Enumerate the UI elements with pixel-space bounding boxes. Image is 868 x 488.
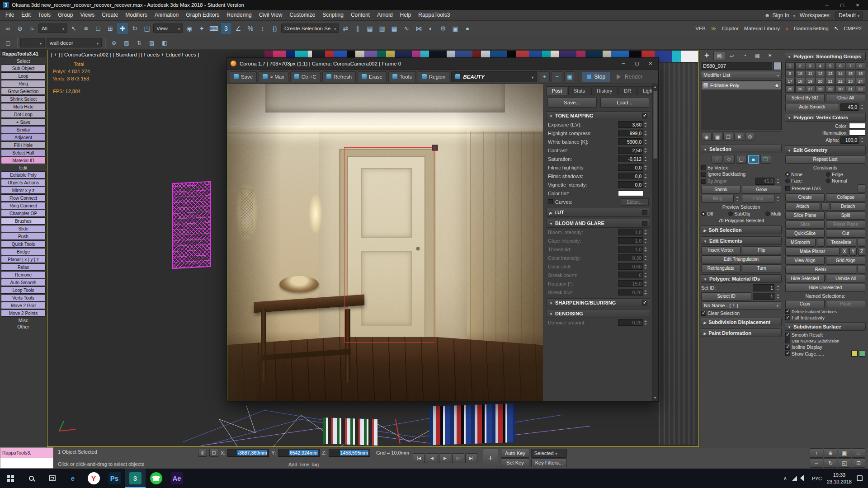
- menu-item[interactable]: Scripting: [319, 10, 347, 20]
- spinner-control[interactable]: [644, 263, 649, 270]
- zoom-in-icon[interactable]: +: [539, 71, 550, 82]
- by-angle-value[interactable]: 45,0: [755, 178, 774, 185]
- select-id-value[interactable]: 1: [753, 293, 774, 300]
- rappatools-button[interactable]: Grow Selection: [1, 88, 46, 95]
- lut-checkbox[interactable]: [642, 210, 647, 215]
- material-library-button[interactable]: Material Library: [744, 26, 780, 31]
- hidden-icons-chevron[interactable]: ∧: [783, 475, 787, 481]
- zoom-fit-icon[interactable]: ▣: [564, 71, 575, 82]
- constraint-face-radio[interactable]: [785, 178, 790, 183]
- preserve-uvs-settings-button[interactable]: [858, 184, 865, 192]
- by-vertex-checkbox[interactable]: [701, 165, 706, 170]
- set-keys-button[interactable]: +: [483, 449, 498, 467]
- modifier-stack[interactable]: Editable Poly: [701, 80, 782, 130]
- parameter-value[interactable]: 999,0: [618, 130, 643, 136]
- tab-modify-icon[interactable]: ◎: [713, 51, 725, 60]
- window-crossing-icon[interactable]: ⊞: [104, 23, 116, 34]
- spinner-control[interactable]: [644, 138, 649, 145]
- rappatools-button[interactable]: Dot Loop: [1, 111, 46, 118]
- listener-macro-line[interactable]: RappaTools3.: [0, 447, 53, 458]
- layer-explorer-icon[interactable]: ▥: [376, 23, 388, 34]
- rappatools-section-other[interactable]: Other: [1, 324, 46, 330]
- isoline-display-checkbox[interactable]: [785, 345, 790, 350]
- spinner-control[interactable]: [644, 246, 649, 253]
- rappatools-button[interactable]: Verts Tools: [1, 294, 46, 301]
- illumination-swatch[interactable]: [849, 130, 865, 136]
- parameter-value[interactable]: 5900,0: [618, 138, 643, 145]
- render-button[interactable]: Render: [612, 71, 647, 82]
- render-setup-icon[interactable]: ⚙: [437, 23, 449, 34]
- menu-item[interactable]: Views: [76, 10, 98, 20]
- rappatools-button[interactable]: Editable Poly: [1, 171, 46, 178]
- planar-x-button[interactable]: X: [841, 248, 848, 256]
- toolbar2-icon[interactable]: ▧: [121, 38, 132, 48]
- split-button[interactable]: Split: [826, 211, 865, 220]
- bloom-glare-header[interactable]: BLOOM AND GLARE: [547, 219, 650, 228]
- rappatools-button[interactable]: Fill / Hole: [1, 141, 46, 149]
- spinner-control[interactable]: [777, 178, 781, 185]
- smoothing-group-button[interactable]: 15: [846, 70, 855, 77]
- parameter-value[interactable]: 0,0: [618, 173, 643, 179]
- corona-tab[interactable]: DR: [618, 86, 637, 95]
- spinner-control[interactable]: [861, 136, 865, 144]
- bloom-checkbox[interactable]: [642, 221, 647, 226]
- render-region-rectangle[interactable]: ✕: [344, 147, 435, 343]
- hide-selected-button[interactable]: Hide Selected: [785, 275, 825, 283]
- orbit-icon[interactable]: ↻: [824, 458, 837, 468]
- taskbar-app-yandex[interactable]: Y: [83, 469, 104, 488]
- polygon-subobject-icon[interactable]: ■: [748, 155, 759, 164]
- loop-button[interactable]: Loop: [742, 195, 774, 203]
- corona-region-button[interactable]: Region: [418, 71, 449, 82]
- cursor-icon[interactable]: ↖: [834, 25, 839, 32]
- scroll-down-icon[interactable]: ▼: [652, 395, 658, 401]
- smoothing-group-button[interactable]: 26: [795, 85, 805, 93]
- preserve-uvs-checkbox[interactable]: [785, 186, 790, 191]
- planar-y-button[interactable]: Y: [849, 248, 857, 256]
- tessellate-button[interactable]: Tessellate: [826, 239, 856, 247]
- select-and-link-icon[interactable]: ∞: [2, 23, 14, 34]
- rappatools-button[interactable]: Similar: [1, 126, 46, 133]
- menu-item[interactable]: RappaTools3: [415, 10, 453, 20]
- constraint-edge-radio[interactable]: [826, 172, 830, 177]
- smoothing-group-button[interactable]: 29: [826, 85, 835, 93]
- rappatools-button[interactable]: Loop: [1, 72, 46, 80]
- use-pivot-center-icon[interactable]: ◉: [184, 23, 195, 34]
- taskbar-clock[interactable]: 19:33 23.10.2018: [827, 472, 852, 485]
- clear-all-button[interactable]: Clear All: [826, 94, 865, 102]
- make-planar-button[interactable]: Make Planar: [785, 248, 840, 256]
- menu-item[interactable]: Customize: [286, 10, 319, 20]
- corona-erase-button[interactable]: Erase: [358, 71, 387, 82]
- select-and-move-icon[interactable]: ✚: [117, 23, 128, 34]
- spinner-control[interactable]: [644, 319, 649, 326]
- smooth-result-checkbox[interactable]: [785, 333, 790, 338]
- settings-scrollbar[interactable]: ▲ ▼: [652, 84, 658, 401]
- curves-checkbox[interactable]: [548, 199, 553, 204]
- close-button[interactable]: ✕: [850, 0, 865, 10]
- ring-button[interactable]: Ring: [701, 195, 734, 203]
- parameter-value[interactable]: 0,50: [618, 263, 643, 270]
- tonemapping-checkbox[interactable]: [642, 113, 647, 118]
- viewport-wireframe-object[interactable]: [172, 181, 211, 269]
- spinner-control[interactable]: [644, 289, 649, 296]
- smoothing-group-button[interactable]: 8: [856, 62, 865, 70]
- percent-snap-icon[interactable]: %: [245, 23, 256, 34]
- align-icon[interactable]: ∥: [352, 23, 363, 34]
- show-cage-checkbox[interactable]: [785, 351, 790, 356]
- cut-button[interactable]: Cut: [826, 230, 865, 238]
- show-end-result-icon[interactable]: ▣: [712, 133, 722, 141]
- spinner-control[interactable]: [644, 280, 649, 287]
- auto-smooth-button[interactable]: Auto Smooth: [785, 103, 839, 111]
- smoothing-group-button[interactable]: 28: [816, 85, 825, 93]
- zoom-all-icon[interactable]: ⊕: [824, 448, 837, 458]
- toolbar2-icon[interactable]: ⊕: [108, 38, 119, 48]
- coordinate-system-dropdown[interactable]: View: [153, 23, 183, 33]
- taskbar-app-3dsmax[interactable]: 3: [125, 469, 146, 488]
- selection-lock-icon[interactable]: ⊡: [209, 449, 218, 457]
- menu-item[interactable]: Graph Editors: [182, 10, 223, 20]
- constraint-normal-radio[interactable]: [826, 178, 830, 183]
- snaps-toggle-icon[interactable]: 3: [220, 23, 232, 34]
- rappatools-button[interactable]: Brushes: [1, 217, 46, 225]
- parameter-value[interactable]: 1,0: [618, 229, 643, 235]
- smoothing-group-button[interactable]: 6: [835, 62, 845, 70]
- language-indicator[interactable]: РУС: [812, 476, 822, 481]
